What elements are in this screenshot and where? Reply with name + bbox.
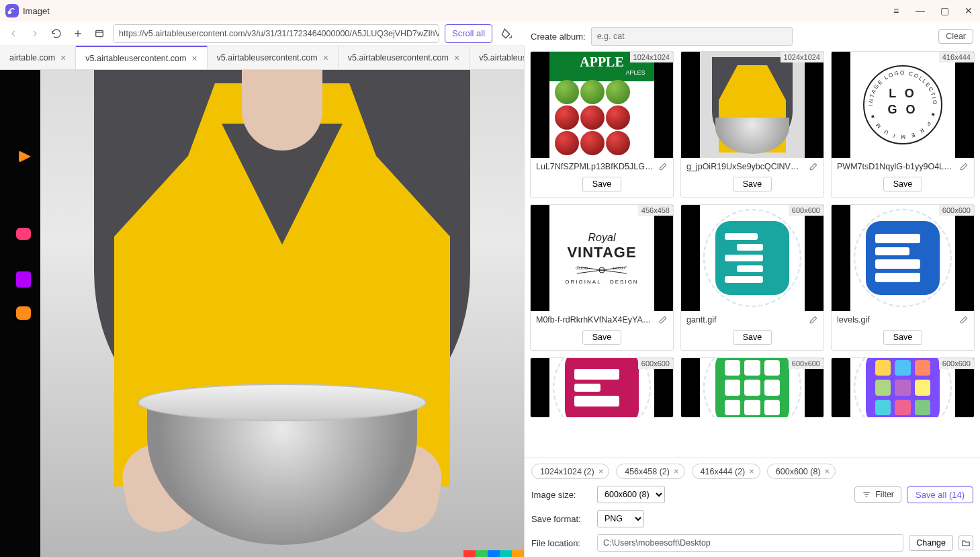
chip-label: 600x600 (8) bbox=[776, 467, 821, 476]
thumbnail-image[interactable]: 600x600 bbox=[531, 358, 673, 417]
paint-bucket-icon[interactable] bbox=[498, 24, 517, 43]
filename-label: M0fb-f-rdRkrhKVfNaX4EyYAaqU bbox=[536, 315, 654, 325]
save-button[interactable]: Save bbox=[582, 177, 622, 191]
close-icon[interactable]: × bbox=[60, 52, 66, 63]
minimize-button[interactable]: — bbox=[914, 5, 926, 16]
filter-chip[interactable]: 416x444 (2)× bbox=[692, 464, 760, 479]
forward-button[interactable] bbox=[27, 26, 43, 42]
thumbnail-image[interactable]: RoyalVINTAGEGOODLOGOORIGINAL DESIGN456x4… bbox=[531, 205, 673, 311]
close-icon[interactable]: × bbox=[323, 52, 328, 63]
filename-label: LuL7NfSZPMLp13BfKD5JLGvrJ_o… bbox=[536, 162, 654, 171]
tab-4[interactable]: v5.airtableuser bbox=[470, 46, 524, 69]
thumbnail-card[interactable]: RoyalVINTAGEGOODLOGOORIGINAL DESIGN456x4… bbox=[530, 204, 674, 351]
remove-chip-icon[interactable]: × bbox=[674, 466, 679, 476]
thumbnail-image[interactable]: APPLEAPLES1024x1024 bbox=[531, 52, 673, 158]
site-info-button[interactable] bbox=[91, 26, 107, 42]
footer-controls: 1024x1024 (2)×456x458 (2)×416x444 (2)×60… bbox=[525, 458, 980, 557]
tab-1[interactable]: v5.airtableusercontent.com × bbox=[76, 46, 207, 69]
filter-chip[interactable]: 600x600 (8)× bbox=[767, 464, 836, 479]
create-album-input[interactable] bbox=[591, 27, 793, 46]
tab-label: v5.airtableusercontent.com bbox=[348, 53, 449, 62]
filename-label: PWM7tsD1NqylG-b1yy9O4LzZFc bbox=[837, 162, 955, 171]
filter-chip[interactable]: 456x458 (2)× bbox=[616, 464, 684, 479]
maximize-button[interactable]: ▢ bbox=[938, 5, 950, 16]
close-button[interactable]: ✕ bbox=[963, 5, 975, 16]
save-button[interactable]: Save bbox=[883, 177, 923, 191]
thumbnail-image[interactable]: 600x600 bbox=[832, 358, 974, 417]
edit-icon[interactable] bbox=[658, 315, 668, 325]
change-location-button[interactable]: Change bbox=[909, 535, 953, 551]
svg-text:G O: G O bbox=[887, 103, 918, 116]
titlebar: Imaget ≡ — ▢ ✕ bbox=[0, 0, 980, 22]
edit-icon[interactable] bbox=[658, 162, 668, 171]
tab-label: v5.airtableusercontent.com bbox=[85, 54, 186, 63]
thumbnail-image[interactable]: 600x600 bbox=[832, 205, 974, 311]
thumbnail-card[interactable]: 600x600 bbox=[831, 357, 975, 417]
app-logo bbox=[5, 4, 19, 17]
filter-button[interactable]: Filter bbox=[854, 486, 901, 503]
thumbnail-image[interactable]: 600x600 bbox=[681, 205, 823, 311]
tab-label: v5.airtableuser bbox=[479, 53, 524, 62]
url-input[interactable]: https://v5.airtableusercontent.com/v3/u/… bbox=[113, 24, 439, 43]
page-preview bbox=[0, 70, 524, 557]
reload-button[interactable] bbox=[48, 26, 64, 42]
thumbnail-card[interactable]: 600x600levels.gifSave bbox=[831, 204, 975, 351]
save-all-button[interactable]: Save all (14) bbox=[907, 486, 973, 503]
close-icon[interactable]: × bbox=[454, 52, 459, 63]
tab-3[interactable]: v5.airtableusercontent.com × bbox=[339, 46, 470, 69]
save-button[interactable]: Save bbox=[733, 330, 772, 345]
save-button[interactable]: Save bbox=[883, 330, 923, 345]
image-size-label: Image size: bbox=[531, 490, 592, 500]
dimension-badge: 600x600 bbox=[939, 358, 974, 369]
thumbnail-card[interactable]: 600x600 bbox=[530, 357, 674, 417]
dimension-badge: 600x600 bbox=[939, 205, 974, 216]
thumbnail-card[interactable]: 600x600gantt.gifSave bbox=[680, 204, 824, 351]
thumbnail-grid: APPLEAPLES1024x1024LuL7NfSZPMLp13BfKD5JL… bbox=[525, 46, 980, 458]
thumbnail-card[interactable]: APPLEAPLES1024x1024LuL7NfSZPMLp13BfKD5JL… bbox=[530, 51, 674, 198]
remove-chip-icon[interactable]: × bbox=[749, 466, 754, 476]
tab-2[interactable]: v5.airtableusercontent.com × bbox=[208, 46, 339, 69]
filter-chips: 1024x1024 (2)×456x458 (2)×416x444 (2)×60… bbox=[531, 464, 973, 479]
scroll-all-button[interactable]: Scroll all bbox=[445, 24, 492, 43]
thumbnail-image[interactable]: L OG OVINTAGE LOGO COLLECTION★ P R E M I… bbox=[832, 52, 974, 158]
thumbnail-card[interactable]: L OG OVINTAGE LOGO COLLECTION★ P R E M I… bbox=[831, 51, 975, 198]
color-bar bbox=[463, 550, 524, 557]
clear-button[interactable]: Clear bbox=[938, 29, 973, 44]
edit-icon[interactable] bbox=[959, 162, 969, 171]
save-format-label: Save format: bbox=[531, 514, 592, 524]
file-location-input[interactable] bbox=[597, 534, 903, 552]
tabstrip: airtable.com × v5.airtableusercontent.co… bbox=[0, 46, 524, 70]
back-button[interactable] bbox=[5, 26, 21, 42]
thumbnail-image[interactable]: 600x600 bbox=[681, 358, 823, 417]
thumbnail-image[interactable]: 1024x1024 bbox=[681, 52, 823, 158]
close-icon[interactable]: × bbox=[191, 53, 197, 64]
dimension-badge: 416x444 bbox=[939, 52, 974, 62]
edit-icon[interactable] bbox=[809, 315, 818, 325]
filename-label: g_jpOiR19UxSe9ybcQClNVORstX bbox=[686, 162, 805, 171]
filename-label: gantt.gif bbox=[686, 315, 805, 325]
tab-0[interactable]: airtable.com × bbox=[0, 46, 76, 69]
save-button[interactable]: Save bbox=[582, 330, 622, 345]
image-size-select[interactable]: 600x600 (8) bbox=[597, 486, 665, 503]
open-folder-icon[interactable] bbox=[959, 535, 973, 550]
chip-label: 456x458 (2) bbox=[625, 467, 670, 476]
album-row: Create album: Clear bbox=[524, 24, 980, 48]
dimension-badge: 456x458 bbox=[638, 205, 673, 216]
app-title: Imaget bbox=[23, 6, 50, 16]
save-button[interactable]: Save bbox=[733, 177, 772, 191]
tab-label: airtable.com bbox=[9, 53, 55, 62]
remove-chip-icon[interactable]: × bbox=[825, 466, 830, 476]
new-tab-button[interactable] bbox=[70, 26, 86, 42]
edit-icon[interactable] bbox=[959, 315, 969, 325]
thumbnail-card[interactable]: 1024x1024g_jpOiR19UxSe9ybcQClNVORstXSave bbox=[680, 51, 824, 198]
thumbnail-card[interactable]: 600x600 bbox=[680, 357, 824, 417]
dimension-badge: 1024x1024 bbox=[630, 52, 673, 62]
save-format-select[interactable]: PNG bbox=[597, 510, 644, 527]
window-controls: ≡ — ▢ ✕ bbox=[890, 5, 975, 16]
tab-label: v5.airtableusercontent.com bbox=[217, 53, 318, 62]
edit-icon[interactable] bbox=[809, 162, 818, 171]
remove-chip-icon[interactable]: × bbox=[598, 466, 604, 476]
svg-rect-0 bbox=[96, 30, 103, 36]
filter-chip[interactable]: 1024x1024 (2)× bbox=[531, 464, 609, 479]
hamburger-icon[interactable]: ≡ bbox=[890, 5, 902, 16]
